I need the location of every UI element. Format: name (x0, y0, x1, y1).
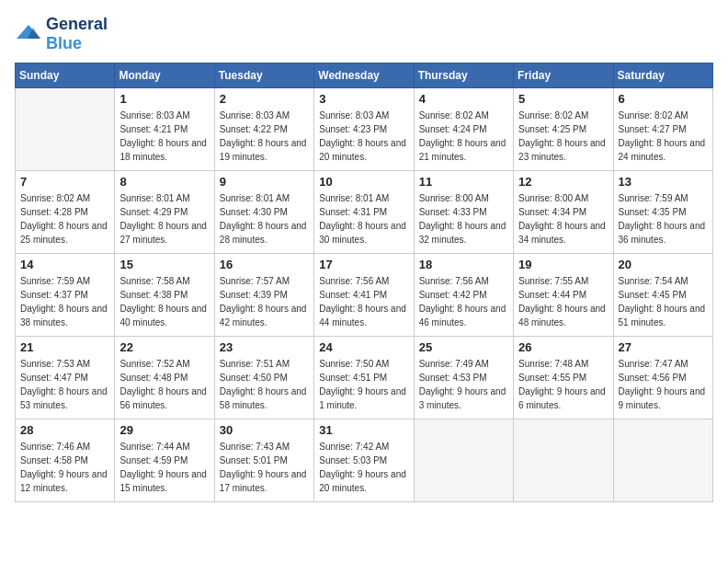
day-info: Sunrise: 7:59 AMSunset: 4:37 PMDaylight:… (20, 274, 109, 329)
day-number: 21 (20, 340, 109, 354)
day-number: 14 (20, 258, 109, 271)
calendar-cell: 18Sunrise: 7:56 AMSunset: 4:42 PMDayligh… (414, 254, 513, 337)
day-info: Sunrise: 8:01 AMSunset: 4:30 PMDaylight:… (220, 191, 309, 247)
day-number: 10 (319, 175, 408, 189)
calendar-week-row: 7Sunrise: 8:02 AMSunset: 4:28 PMDaylight… (16, 171, 713, 254)
calendar-cell: 3Sunrise: 8:03 AMSunset: 4:23 PMDaylight… (314, 88, 414, 171)
calendar-cell: 8Sunrise: 8:01 AMSunset: 4:29 PMDaylight… (115, 171, 214, 254)
day-number: 17 (319, 258, 408, 271)
header-day-monday: Monday (115, 63, 214, 88)
day-number: 25 (419, 340, 508, 354)
day-info: Sunrise: 7:53 AMSunset: 4:47 PMDaylight:… (20, 357, 109, 412)
day-info: Sunrise: 7:54 AMSunset: 4:45 PMDaylight:… (619, 274, 708, 329)
calendar-cell: 7Sunrise: 8:02 AMSunset: 4:28 PMDaylight… (16, 171, 115, 254)
day-info: Sunrise: 8:02 AMSunset: 4:24 PMDaylight:… (419, 109, 508, 164)
day-info: Sunrise: 8:00 AMSunset: 4:34 PMDaylight:… (518, 191, 608, 247)
logo: General Blue (15, 15, 108, 53)
calendar-table: SundayMondayTuesdayWednesdayThursdayFrid… (15, 63, 713, 502)
day-number: 1 (119, 92, 209, 106)
day-info: Sunrise: 7:58 AMSunset: 4:38 PMDaylight:… (119, 274, 209, 329)
logo-general-text: General (46, 15, 108, 33)
calendar-cell: 19Sunrise: 7:55 AMSunset: 4:44 PMDayligh… (514, 254, 613, 337)
header-day-sunday: Sunday (16, 63, 115, 88)
day-info: Sunrise: 7:50 AMSunset: 4:51 PMDaylight:… (319, 357, 408, 412)
day-number: 5 (518, 92, 608, 106)
day-info: Sunrise: 7:56 AMSunset: 4:42 PMDaylight:… (419, 274, 508, 329)
calendar-week-row: 14Sunrise: 7:59 AMSunset: 4:37 PMDayligh… (16, 254, 713, 337)
day-info: Sunrise: 8:03 AMSunset: 4:21 PMDaylight:… (119, 109, 209, 164)
day-number: 4 (419, 92, 508, 106)
header-day-friday: Friday (514, 63, 613, 88)
calendar-week-row: 28Sunrise: 7:46 AMSunset: 4:58 PMDayligh… (16, 419, 713, 502)
calendar-cell: 4Sunrise: 8:02 AMSunset: 4:24 PMDaylight… (414, 88, 513, 171)
day-info: Sunrise: 7:59 AMSunset: 4:35 PMDaylight:… (619, 191, 708, 247)
day-number: 12 (518, 175, 608, 189)
calendar-cell: 27Sunrise: 7:47 AMSunset: 4:56 PMDayligh… (613, 337, 712, 419)
day-number: 29 (119, 423, 209, 437)
day-info: Sunrise: 7:49 AMSunset: 4:53 PMDaylight:… (419, 357, 508, 412)
day-number: 11 (419, 175, 508, 189)
day-info: Sunrise: 8:03 AMSunset: 4:22 PMDaylight:… (220, 109, 309, 164)
calendar-cell (514, 419, 613, 502)
day-number: 16 (220, 258, 309, 271)
day-info: Sunrise: 8:02 AMSunset: 4:25 PMDaylight:… (518, 109, 608, 164)
day-info: Sunrise: 7:48 AMSunset: 4:55 PMDaylight:… (518, 357, 608, 412)
calendar-cell: 5Sunrise: 8:02 AMSunset: 4:25 PMDaylight… (514, 88, 613, 171)
day-info: Sunrise: 8:01 AMSunset: 4:31 PMDaylight:… (319, 191, 408, 247)
day-number: 24 (319, 340, 408, 354)
day-info: Sunrise: 7:46 AMSunset: 4:58 PMDaylight:… (20, 440, 109, 495)
day-info: Sunrise: 7:43 AMSunset: 5:01 PMDaylight:… (220, 440, 309, 495)
day-number: 13 (619, 175, 708, 189)
day-number: 3 (319, 92, 408, 106)
day-info: Sunrise: 8:00 AMSunset: 4:33 PMDaylight:… (419, 191, 508, 247)
calendar-week-row: 1Sunrise: 8:03 AMSunset: 4:21 PMDaylight… (16, 88, 713, 171)
day-info: Sunrise: 7:47 AMSunset: 4:56 PMDaylight:… (619, 357, 708, 412)
calendar-cell: 15Sunrise: 7:58 AMSunset: 4:38 PMDayligh… (115, 254, 214, 337)
day-number: 30 (220, 423, 309, 437)
day-info: Sunrise: 7:57 AMSunset: 4:39 PMDaylight:… (220, 274, 309, 329)
calendar-cell (414, 419, 513, 502)
day-info: Sunrise: 7:42 AMSunset: 5:03 PMDaylight:… (319, 440, 408, 495)
calendar-cell (613, 419, 712, 502)
day-info: Sunrise: 8:02 AMSunset: 4:28 PMDaylight:… (20, 191, 109, 247)
day-number: 26 (518, 340, 608, 354)
calendar-cell (16, 88, 115, 171)
calendar-cell: 17Sunrise: 7:56 AMSunset: 4:41 PMDayligh… (314, 254, 414, 337)
calendar-cell: 9Sunrise: 8:01 AMSunset: 4:30 PMDaylight… (214, 171, 313, 254)
calendar-cell: 26Sunrise: 7:48 AMSunset: 4:55 PMDayligh… (514, 337, 613, 419)
header-day-thursday: Thursday (414, 63, 513, 88)
calendar-cell: 1Sunrise: 8:03 AMSunset: 4:21 PMDaylight… (115, 88, 214, 171)
day-number: 18 (419, 258, 508, 271)
calendar-cell: 13Sunrise: 7:59 AMSunset: 4:35 PMDayligh… (613, 171, 712, 254)
calendar-cell: 20Sunrise: 7:54 AMSunset: 4:45 PMDayligh… (613, 254, 712, 337)
day-number: 7 (20, 175, 109, 189)
day-info: Sunrise: 7:44 AMSunset: 4:59 PMDaylight:… (119, 440, 209, 495)
day-number: 6 (619, 92, 708, 106)
calendar-cell: 14Sunrise: 7:59 AMSunset: 4:37 PMDayligh… (16, 254, 115, 337)
calendar-cell: 28Sunrise: 7:46 AMSunset: 4:58 PMDayligh… (16, 419, 115, 502)
day-number: 9 (220, 175, 309, 189)
day-info: Sunrise: 8:02 AMSunset: 4:27 PMDaylight:… (619, 109, 708, 164)
day-number: 22 (119, 340, 209, 354)
calendar-header-row: SundayMondayTuesdayWednesdayThursdayFrid… (16, 63, 713, 88)
calendar-cell: 23Sunrise: 7:51 AMSunset: 4:50 PMDayligh… (214, 337, 313, 419)
header-day-saturday: Saturday (613, 63, 712, 88)
day-info: Sunrise: 7:52 AMSunset: 4:48 PMDaylight:… (119, 357, 209, 412)
day-info: Sunrise: 7:55 AMSunset: 4:44 PMDaylight:… (518, 274, 608, 329)
calendar-cell: 22Sunrise: 7:52 AMSunset: 4:48 PMDayligh… (115, 337, 214, 419)
calendar-cell: 30Sunrise: 7:43 AMSunset: 5:01 PMDayligh… (214, 419, 313, 502)
day-number: 31 (319, 423, 408, 437)
day-number: 15 (119, 258, 209, 271)
calendar-cell: 6Sunrise: 8:02 AMSunset: 4:27 PMDaylight… (613, 88, 712, 171)
calendar-cell: 31Sunrise: 7:42 AMSunset: 5:03 PMDayligh… (314, 419, 414, 502)
calendar-cell: 11Sunrise: 8:00 AMSunset: 4:33 PMDayligh… (414, 171, 513, 254)
day-number: 8 (119, 175, 209, 189)
day-number: 2 (220, 92, 309, 106)
calendar-cell: 24Sunrise: 7:50 AMSunset: 4:51 PMDayligh… (314, 337, 414, 419)
header: General Blue (15, 15, 713, 53)
calendar-cell: 21Sunrise: 7:53 AMSunset: 4:47 PMDayligh… (16, 337, 115, 419)
day-info: Sunrise: 7:56 AMSunset: 4:41 PMDaylight:… (319, 274, 408, 329)
header-day-wednesday: Wednesday (314, 63, 414, 88)
calendar-week-row: 21Sunrise: 7:53 AMSunset: 4:47 PMDayligh… (16, 337, 713, 419)
day-number: 27 (619, 340, 708, 354)
